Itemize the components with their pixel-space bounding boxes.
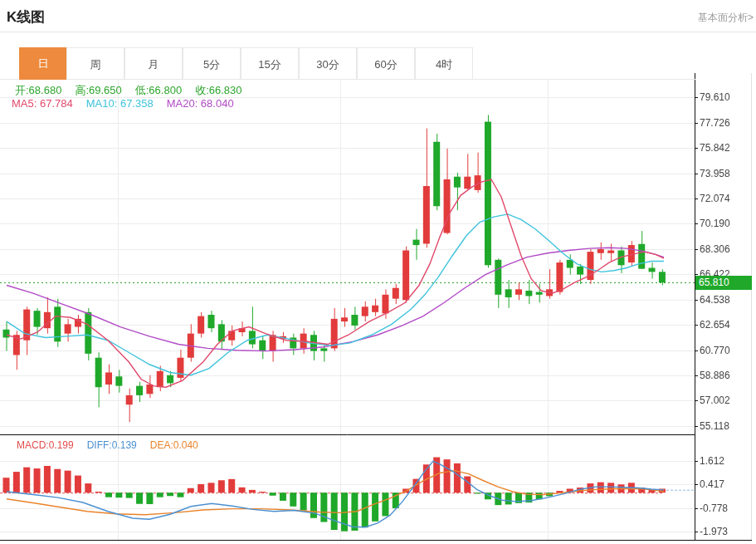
tab-month[interactable]: 月 bbox=[124, 47, 183, 80]
axis-tick-label: 57.002 bbox=[700, 395, 730, 406]
axis-tick-label: 73.958 bbox=[700, 168, 730, 179]
ohlcLegend-item: 开:68.680 bbox=[15, 84, 61, 96]
axis-tick-label: -0.778 bbox=[700, 502, 728, 514]
axis-tick-label: 79.610 bbox=[700, 91, 730, 103]
macdLegend-item: DEA:0.040 bbox=[150, 439, 198, 451]
tab-15min[interactable]: 15分 bbox=[241, 47, 299, 80]
ma-legend: MA5: 67.784MA10: 67.358MA20: 68.040 bbox=[12, 97, 247, 110]
ohlcLegend-item: 高:69.650 bbox=[75, 84, 121, 96]
tab-week[interactable]: 周 bbox=[66, 47, 124, 80]
axis-tick-label: 58.886 bbox=[700, 370, 730, 381]
axis-tick-label: 77.726 bbox=[700, 117, 730, 129]
tab-30min[interactable]: 30分 bbox=[299, 47, 357, 80]
tab-day[interactable]: 日 bbox=[19, 47, 67, 80]
macdLegend-item: MACD:0.199 bbox=[17, 439, 74, 451]
axis-tick-label: 62.654 bbox=[700, 319, 730, 331]
axis-tick-label: 1.612 bbox=[700, 455, 724, 467]
axis-tick-label: 70.190 bbox=[700, 218, 730, 229]
fundamental-analysis-link[interactable]: 基本面分析> bbox=[698, 11, 754, 25]
macd-legend: MACD:0.199DIFF:0.139DEA:0.040 bbox=[17, 439, 212, 451]
axis-tick-label: 64.538 bbox=[700, 294, 730, 306]
current-price-tag: 65.810 bbox=[695, 276, 752, 290]
axis-tick-label: 72.074 bbox=[700, 193, 730, 204]
kline-panel: K线图 基本面分析> 日周月5分15分30分60分4时 开:68.680高:69… bbox=[0, 0, 756, 544]
tab-4h[interactable]: 4时 bbox=[415, 47, 473, 80]
axis-tick-label: -1.973 bbox=[700, 526, 728, 537]
period-tabbar: 日周月5分15分30分60分4时 bbox=[0, 47, 695, 80]
ohlc-legend: 开:68.680高:69.650低:66.800收:66.830 bbox=[15, 83, 256, 98]
axis-tick-label: 68.306 bbox=[700, 243, 730, 255]
axis-tick-label: 55.118 bbox=[700, 420, 729, 432]
axis-tick-label: 75.842 bbox=[700, 142, 730, 154]
axis-tick-label: 0.417 bbox=[700, 478, 724, 490]
tab-60min[interactable]: 60分 bbox=[357, 47, 415, 80]
page-title: K线图 bbox=[7, 7, 45, 27]
axis-tick-label: 60.770 bbox=[700, 345, 730, 356]
kline-chart-canvas[interactable] bbox=[0, 0, 756, 544]
ohlcLegend-item: 收:66.830 bbox=[195, 84, 241, 96]
ohlcLegend-item: 低:66.800 bbox=[135, 84, 182, 96]
tab-5min[interactable]: 5分 bbox=[183, 47, 241, 80]
macdLegend-item: DIFF:0.139 bbox=[87, 439, 137, 451]
maLegend-item: MA5: 67.784 bbox=[12, 97, 73, 110]
header-divider bbox=[0, 32, 756, 32]
maLegend-item: MA10: 67.358 bbox=[86, 97, 154, 110]
maLegend-item: MA20: 68.040 bbox=[167, 97, 234, 110]
